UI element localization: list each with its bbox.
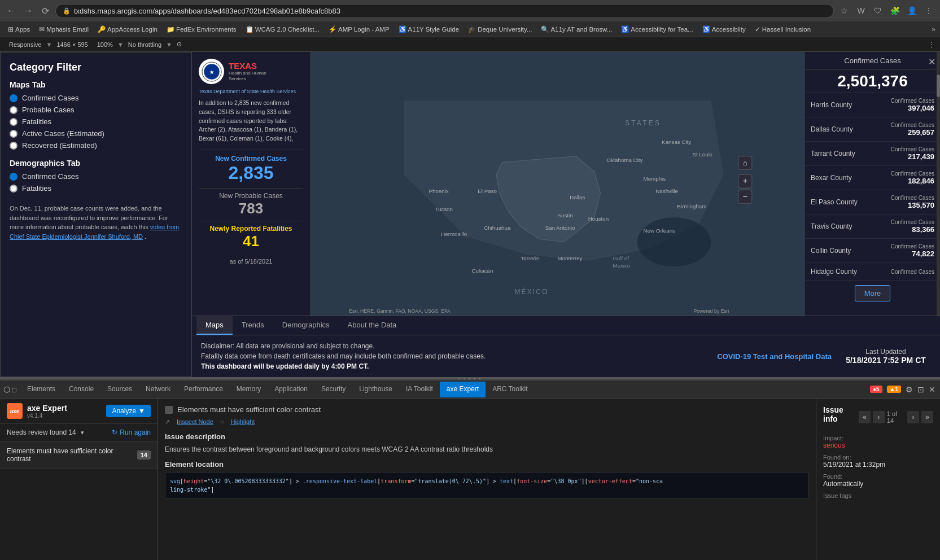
- devtools-dock-icon[interactable]: ⊡: [917, 385, 924, 394]
- svg-text:Gulf of: Gulf of: [613, 255, 629, 261]
- puzzle-icon[interactable]: 🧩: [888, 4, 902, 18]
- bookmark-apps[interactable]: ⊞ Apps: [5, 24, 33, 34]
- avatar-button[interactable]: 👤: [905, 4, 919, 18]
- filter-maps-confirmed-cases[interactable]: Confirmed Cases: [10, 94, 182, 102]
- bookmark-a11y-style[interactable]: ♿ A11Y Style Guide: [395, 24, 463, 34]
- devtools-tab-elements[interactable]: Elements: [20, 382, 62, 397]
- radio-maps-confirmed[interactable]: [10, 94, 18, 102]
- devtools-tab-security[interactable]: Security: [314, 382, 352, 397]
- browser-chrome: ← → ⟳ 🔒 txdshs.maps.arcgis.com/apps/dash…: [0, 0, 940, 52]
- folder-icon: 📁: [167, 25, 174, 33]
- bookmark-appaccess[interactable]: 🔑 AppAccess Login: [94, 24, 161, 34]
- svg-text:San Antonio: San Antonio: [545, 225, 575, 231]
- devtools-tab-ia-toolkit[interactable]: IA Toolkit: [399, 382, 440, 397]
- devtools-tab-lighthouse[interactable]: Lighthouse: [352, 382, 399, 397]
- issue-count-badge: 14: [137, 450, 151, 460]
- radio-maps-fatalities[interactable]: [10, 118, 18, 126]
- star-button[interactable]: ☆: [837, 4, 851, 18]
- bookmark-accessibility[interactable]: ♿ Accessiblity: [699, 24, 749, 34]
- inspect-node-button[interactable]: Inspect Node: [177, 418, 213, 426]
- bookmark-a11y-at[interactable]: 🔍 A11y AT and Brosw...: [537, 24, 615, 34]
- radio-demo-fatalities[interactable]: [10, 185, 18, 193]
- filter-maps-active[interactable]: Active Cases (Estimated): [10, 129, 182, 138]
- radio-maps-recovered[interactable]: [10, 142, 18, 150]
- new-confirmed-label: New Confirmed Cases: [199, 155, 303, 163]
- last-updated-label: Last Updated: [841, 348, 931, 356]
- found-on-label: Found on:: [823, 454, 933, 461]
- svg-text:STATES: STATES: [625, 119, 661, 127]
- bookmarks-more[interactable]: »: [932, 25, 935, 33]
- menu-button[interactable]: ⋮: [922, 4, 935, 18]
- radio-demo-confirmed[interactable]: [10, 173, 18, 181]
- county-scrollbar[interactable]: [937, 52, 940, 316]
- separator: ○: [220, 418, 224, 426]
- bookmark-accessibility-tea[interactable]: ♿ Accessibility for Tea...: [618, 24, 696, 34]
- shield-icon[interactable]: 🛡: [871, 4, 885, 18]
- svg-text:New Orleans: New Orleans: [644, 228, 676, 234]
- bookmark-mphasis-email[interactable]: ✉ Mphasis Email: [36, 24, 92, 34]
- needs-review-row[interactable]: Needs review found 14 ▼ ↻ Run again: [0, 424, 158, 441]
- bookmark-amp[interactable]: ⚡ AMP Login - AMP: [325, 24, 393, 34]
- back-button[interactable]: ←: [5, 4, 18, 18]
- devtools-settings-icon[interactable]: ⚙: [906, 385, 913, 394]
- probable-value: 783: [199, 200, 303, 217]
- dashboard-area: Category Filter Maps Tab Confirmed Cases…: [0, 52, 940, 377]
- lock-icon: 🔒: [63, 7, 71, 15]
- first-page-button[interactable]: «: [859, 411, 871, 423]
- tab-demographics[interactable]: Demographics: [273, 316, 339, 335]
- last-page-button[interactable]: »: [921, 411, 933, 423]
- tab-about-data[interactable]: About the Data: [339, 316, 406, 335]
- devtools-tab-arc-toolkit[interactable]: ARC Toolkit: [486, 382, 534, 397]
- devtools-picker-icon[interactable]: ⬡ ◻: [0, 385, 20, 394]
- devtools-tab-console[interactable]: Console: [62, 382, 100, 397]
- filter-demo-confirmed[interactable]: Confirmed Cases: [10, 172, 182, 181]
- svg-text:★: ★: [209, 69, 215, 75]
- devtools-tab-application[interactable]: Application: [268, 382, 314, 397]
- filter-maps-recovered[interactable]: Recovered (Estimated): [10, 141, 182, 150]
- filter-maps-fatalities[interactable]: Fatalities: [10, 117, 182, 126]
- tabs-bar: Maps Trends Demographics About the Data: [192, 316, 940, 335]
- bookmark-wcag[interactable]: 📋 WCAG 2.0 Checklist...: [242, 24, 323, 34]
- covid-test-link[interactable]: COVID-19 Test and Hospital Data: [717, 352, 832, 361]
- w-extension-button[interactable]: W: [854, 4, 868, 18]
- county-row-tarrant: Tarrant County Confirmed Cases 217,439: [805, 142, 940, 166]
- next-page-button[interactable]: ›: [907, 411, 919, 423]
- devtools-close-icon[interactable]: ✕: [929, 385, 935, 394]
- issue-item-contrast[interactable]: Elements must have sufficient color cont…: [0, 441, 158, 469]
- dshs-full-name: Texas Department of State Health Service…: [199, 89, 303, 94]
- run-again-button[interactable]: ↻ Run again: [112, 428, 151, 436]
- bookmark-fedex[interactable]: 📁 FedEx Environments: [163, 24, 240, 34]
- zoom-label[interactable]: 100%: [93, 40, 117, 49]
- devtools-tab-axe-expert[interactable]: axe Expert: [440, 382, 486, 397]
- filter-demo-fatalities[interactable]: Fatalities: [10, 184, 182, 193]
- responsive-label[interactable]: Responsive: [5, 40, 46, 49]
- filter-maps-recovered-label: Recovered (Estimated): [22, 141, 97, 150]
- county-row-collin: Collin County Confirmed Cases 74,822: [805, 239, 940, 263]
- devtools-more-icon[interactable]: ⋮: [928, 40, 935, 49]
- forward-button[interactable]: →: [21, 4, 35, 18]
- county-panel-close[interactable]: ✕: [928, 56, 935, 67]
- address-bar[interactable]: 🔒 txdshs.maps.arcgis.com/apps/dashboards…: [55, 4, 834, 18]
- bookmark-hassell[interactable]: ✓ Hassell Inclusion: [751, 24, 814, 34]
- devtools-tab-memory[interactable]: Memory: [230, 382, 268, 397]
- throttling-label[interactable]: No throttling: [124, 40, 166, 49]
- devtools-tab-performance[interactable]: Performance: [177, 382, 230, 397]
- bookmark-deque[interactable]: 🎓 Deque University...: [465, 24, 535, 34]
- refresh-button[interactable]: ⟳: [38, 4, 52, 18]
- more-counties-button[interactable]: More: [855, 285, 891, 301]
- filter-maps-fatalities-label: Fatalities: [22, 117, 51, 126]
- tab-maps[interactable]: Maps: [196, 316, 233, 335]
- devtools-tab-network[interactable]: Network: [139, 382, 177, 397]
- prev-page-button[interactable]: ‹: [873, 411, 885, 423]
- axe-analyze-button[interactable]: Analyze ▼: [106, 405, 151, 417]
- radio-maps-probable[interactable]: [10, 106, 18, 114]
- tab-trends[interactable]: Trends: [233, 316, 273, 335]
- inspect-node-link: ↗: [165, 418, 170, 426]
- category-filter-title: Category Filter: [10, 62, 182, 73]
- svg-text:+: +: [742, 176, 747, 186]
- filter-maps-probable[interactable]: Probable Cases: [10, 106, 182, 114]
- devtools-tab-sources[interactable]: Sources: [100, 382, 139, 397]
- radio-maps-active[interactable]: [10, 130, 18, 138]
- highlight-button[interactable]: Highlight: [230, 418, 255, 426]
- dshs-subtitle: Health and HumanServices: [229, 71, 266, 81]
